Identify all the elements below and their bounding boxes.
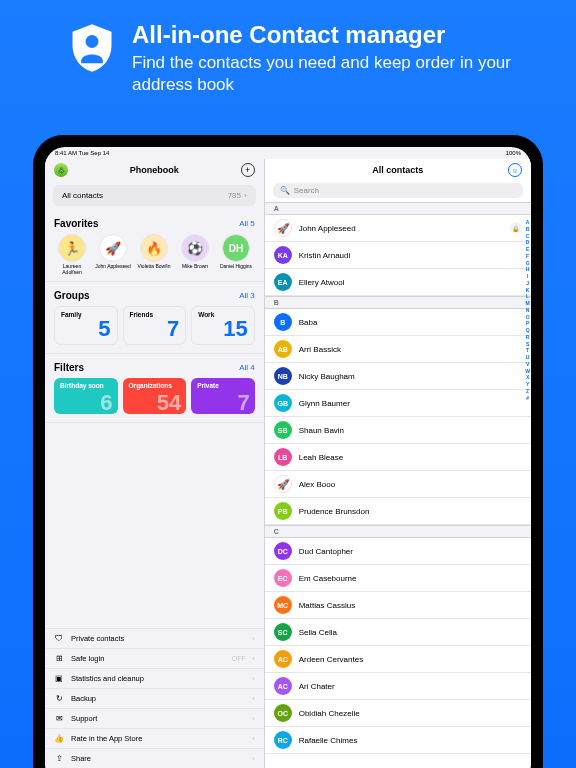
favorite-item[interactable]: 🚀John Appleseed [95, 234, 131, 275]
contact-row[interactable]: 🚀John Appleseed🔒 [265, 215, 531, 242]
contact-row[interactable]: NBNicky Baugham [265, 363, 531, 390]
view-options-button[interactable]: ☺ [508, 163, 522, 177]
section-header: B [265, 296, 531, 309]
groups-all-link[interactable]: All 3 [239, 291, 255, 300]
index-letter[interactable]: R [525, 334, 530, 341]
favorite-item[interactable]: ⚽Mike Brown [177, 234, 213, 275]
filter-card[interactable]: Organizations54 [123, 378, 187, 414]
contact-row[interactable]: PBPrudence Brunsdon [265, 498, 531, 525]
index-letter[interactable]: E [525, 246, 530, 253]
contact-name: Sella Cella [299, 628, 337, 637]
favorite-item[interactable]: 🏃Laureen Adolfsen [54, 234, 90, 275]
menu-item[interactable]: ▣Statistics and cleanup› [45, 669, 264, 689]
status-battery: 100% [506, 150, 521, 156]
index-letter[interactable]: O [525, 314, 530, 321]
filter-count: 6 [100, 392, 112, 414]
group-card[interactable]: Work15 [191, 306, 255, 345]
menu-item[interactable]: ⊞Safe loginOFF› [45, 649, 264, 669]
contact-row[interactable]: EAEllery Atwool [265, 269, 531, 296]
menu-suffix: OFF [232, 655, 246, 662]
alpha-index[interactable]: ABCDEFGHIJKLMNOPQRSTUVWXYZ# [525, 219, 530, 401]
contact-name: Glynn Baumer [299, 399, 350, 408]
menu-item[interactable]: ↻Backup› [45, 689, 264, 709]
menu-icon: 👍 [54, 734, 64, 743]
contact-row[interactable]: GBGlynn Baumer [265, 390, 531, 417]
group-card[interactable]: Friends7 [123, 306, 187, 345]
index-letter[interactable]: U [525, 354, 530, 361]
contact-row[interactable]: ACAri Chater [265, 673, 531, 700]
index-letter[interactable]: L [525, 293, 530, 300]
contact-name: Alex Booo [299, 480, 335, 489]
index-letter[interactable]: H [525, 266, 530, 273]
index-letter[interactable]: N [525, 307, 530, 314]
avatar-icon: 🚀 [99, 234, 127, 262]
all-contacts-row[interactable]: All contacts 785› [53, 185, 256, 206]
contact-name: Dud Cantopher [299, 547, 353, 556]
contact-row[interactable]: BBaba [265, 309, 531, 336]
chevron-right-icon: › [252, 715, 254, 722]
contact-row[interactable]: LBLeah Blease [265, 444, 531, 471]
contact-row[interactable]: KAKristin Arnaudi [265, 242, 531, 269]
chevron-right-icon: › [252, 695, 254, 702]
contact-row[interactable]: ACArdeen Cervantes [265, 646, 531, 673]
contact-row[interactable]: DCDud Cantopher [265, 538, 531, 565]
index-letter[interactable]: B [525, 226, 530, 233]
menu-label: Share [71, 754, 91, 763]
section-header: C [265, 525, 531, 538]
promo-title: All-in-one Contact manager [132, 22, 528, 48]
menu-label: Backup [71, 694, 96, 703]
menu-item[interactable]: ✉Support› [45, 709, 264, 729]
favorite-item[interactable]: 🔥Violetta Bowfin [136, 234, 172, 275]
index-letter[interactable]: I [525, 273, 530, 280]
index-letter[interactable]: X [525, 374, 530, 381]
contact-name: Nicky Baugham [299, 372, 355, 381]
contact-name: Ellery Atwool [299, 278, 345, 287]
menu-icon: 🛡 [54, 634, 64, 643]
group-card[interactable]: Family5 [54, 306, 118, 345]
profile-button[interactable]: 🎄 [54, 163, 68, 177]
index-letter[interactable]: Z [525, 388, 530, 395]
index-letter[interactable]: Q [525, 327, 530, 334]
contact-row[interactable]: OCObidiah Chezelle [265, 700, 531, 727]
app-split: 🎄 Phonebook + All contacts 785› Favorite… [45, 159, 531, 768]
filter-card[interactable]: Birthday soon6 [54, 378, 118, 414]
index-letter[interactable]: K [525, 287, 530, 294]
add-contact-button[interactable]: + [241, 163, 255, 177]
favorites-all-link[interactable]: All 5 [239, 219, 255, 228]
promo-subtitle: Find the contacts you need and keep orde… [132, 52, 528, 95]
menu-item[interactable]: 🛡Private contacts› [45, 629, 264, 649]
avatar-icon: 🏃 [58, 234, 86, 262]
index-letter[interactable]: # [525, 395, 530, 402]
index-letter[interactable]: F [525, 253, 530, 260]
index-letter[interactable]: T [525, 347, 530, 354]
avatar-icon: SC [274, 623, 292, 641]
search-input[interactable]: 🔍 Search [273, 183, 523, 198]
filter-card[interactable]: Private7 [191, 378, 255, 414]
avatar-icon: AC [274, 677, 292, 695]
index-letter[interactable]: D [525, 239, 530, 246]
index-letter[interactable]: J [525, 280, 530, 287]
contact-row[interactable]: MCMattias Cassius [265, 592, 531, 619]
index-letter[interactable]: M [525, 300, 530, 307]
contact-row[interactable]: ECEm Casebourne [265, 565, 531, 592]
index-letter[interactable]: W [525, 368, 530, 375]
index-letter[interactable]: V [525, 361, 530, 368]
contact-name: Shaun Bavin [299, 426, 344, 435]
contact-row[interactable]: ABArri Bassick [265, 336, 531, 363]
contact-row[interactable]: RCRafaelle Chimes [265, 727, 531, 754]
contact-row[interactable]: SBShaun Bavin [265, 417, 531, 444]
avatar-icon: DC [274, 542, 292, 560]
index-letter[interactable]: P [525, 320, 530, 327]
index-letter[interactable]: G [525, 260, 530, 267]
menu-item[interactable]: ⇪Share› [45, 749, 264, 768]
contact-row[interactable]: SCSella Cella [265, 619, 531, 646]
index-letter[interactable]: Y [525, 381, 530, 388]
contact-row[interactable]: 🚀Alex Booo [265, 471, 531, 498]
index-letter[interactable]: C [525, 233, 530, 240]
favorite-item[interactable]: DHDaniel Higgins [218, 234, 254, 275]
index-letter[interactable]: S [525, 341, 530, 348]
avatar-icon: 🚀 [274, 475, 292, 493]
index-letter[interactable]: A [525, 219, 530, 226]
filters-all-link[interactable]: All 4 [239, 363, 255, 372]
menu-item[interactable]: 👍Rate in the App Store› [45, 729, 264, 749]
